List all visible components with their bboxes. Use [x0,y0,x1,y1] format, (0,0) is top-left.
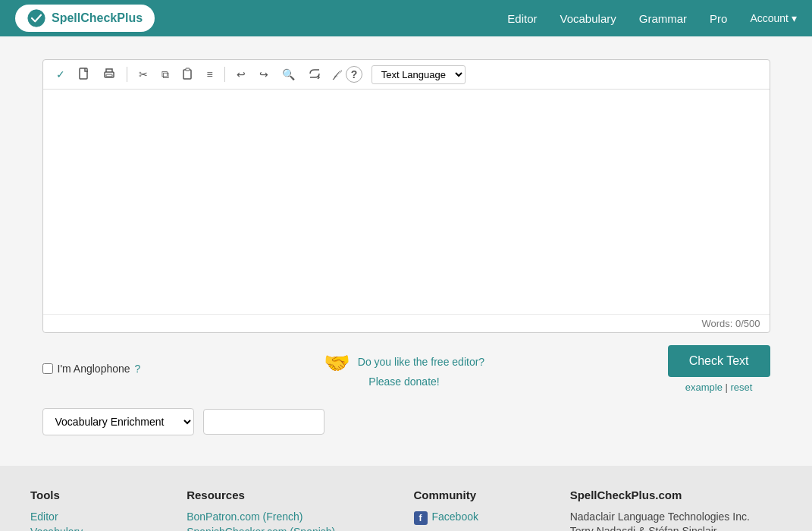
facebook-link[interactable]: Facebook [432,511,478,523]
svg-point-0 [28,10,45,27]
nav-links: Editor Vocabulary Grammar Pro Account ▾ [507,12,797,25]
main-content: ✓ ✂ ⧉ [27,59,785,435]
new-doc-btn[interactable] [74,64,95,84]
brand-name: SpellCheckPlus [52,11,143,25]
editor-toolbar: ✓ ✂ ⧉ [43,60,770,90]
nav-editor[interactable]: Editor [507,12,537,25]
language-select[interactable]: Text Language [372,65,466,84]
footer-resources: Resources BonPatron.com (French) Spanish… [187,489,398,531]
svg-rect-3 [106,74,112,77]
nav-pro[interactable]: Pro [710,12,727,25]
footer: Tools Editor Vocabulary Resources BonPat… [0,466,812,531]
vocabulary-input[interactable] [203,409,324,435]
footer-community: Community f Facebook t Twitter [414,489,555,531]
check-toolbar-btn[interactable]: ✓ [51,66,71,83]
donate-text: Do you like the free editor? Please dona… [358,356,484,388]
editor-textarea[interactable] [43,90,770,312]
anglophone-label[interactable]: I'm Anglophone ? [42,363,141,375]
check-section: Check Text example | reset [668,345,770,393]
new-doc-icon [79,68,89,80]
footer-tools: Tools Editor Vocabulary [30,489,171,531]
anglophone-checkbox[interactable] [42,363,53,374]
search-btn[interactable]: 🔍 [277,66,300,83]
navbar: SpellCheckPlus Editor Vocabulary Grammar… [0,0,812,36]
facebook-icon: f [414,511,428,525]
editor-container: ✓ ✂ ⧉ [42,59,770,333]
footer-grid: Tools Editor Vocabulary Resources BonPat… [30,489,782,531]
donate-icon: 🤝 [324,351,350,375]
paste-btn[interactable] [177,64,199,84]
links-separator: | [725,382,727,393]
anglophone-text: I'm Anglophone [58,363,130,375]
clear-format-btn[interactable]: 𝒻 [329,66,343,83]
reset-link[interactable]: reset [731,382,753,393]
below-editor-row: I'm Anglophone ? 🤝 Do you like the free … [42,345,770,393]
account-arrow: ▾ [792,12,797,24]
check-links: example | reset [685,382,753,393]
facebook-link-wrapper: f Facebook [414,511,555,526]
footer-tools-heading: Tools [30,489,171,501]
cut-btn[interactable]: ✂ [133,66,153,83]
check-text-button[interactable]: Check Text [668,345,770,377]
nav-grammar[interactable]: Grammar [639,12,687,25]
redo-btn[interactable]: ↪ [254,66,274,83]
print-btn[interactable] [98,65,121,83]
brand-logo[interactable]: SpellCheckPlus [15,5,155,32]
svg-rect-4 [183,70,191,79]
footer-community-heading: Community [414,489,555,501]
footer-authors: Terry Nadasdi & Stéfan Sinclair [570,525,782,531]
example-link[interactable]: example [685,382,723,393]
vocab-row: Vocabulary Enrichment [42,408,770,435]
print-icon [103,68,115,79]
options-btn[interactable]: ≡ [202,66,218,83]
donate-line2[interactable]: Please donate! [368,375,439,388]
footer-company-name: Nadaclair Language Technologies Inc. [570,511,782,523]
svg-rect-5 [186,68,190,71]
anglophone-tooltip[interactable]: ? [135,363,141,375]
account-label: Account [750,12,788,24]
replace-icon [309,68,321,79]
footer-spellcheckplus: SpellCheckPlus.com Nadaclair Language Te… [570,489,782,531]
editor-footer: Words: 0/500 [43,314,770,332]
language-wrapper: Text Language [372,65,466,84]
footer-spanishchecker-link[interactable]: SpanishChecker.com (Spanish) [187,526,398,531]
vocabulary-select[interactable]: Vocabulary Enrichment [42,408,194,435]
logo-icon [27,9,45,27]
sep-1 [127,67,127,82]
donate-line1[interactable]: Do you like the free editor? [358,356,484,368]
copy-btn[interactable]: ⧉ [156,66,174,83]
footer-editor-link[interactable]: Editor [30,511,171,523]
account-menu[interactable]: Account ▾ [750,12,797,24]
paste-icon [183,68,193,80]
help-btn[interactable]: ? [346,66,362,83]
footer-vocabulary-link[interactable]: Vocabulary [30,526,171,531]
footer-bonpatron-link[interactable]: BonPatron.com (French) [187,511,398,523]
replace-btn[interactable] [303,65,326,83]
undo-btn[interactable]: ↩ [231,66,251,83]
word-count: Words: 0/500 [701,318,760,329]
nav-vocabulary[interactable]: Vocabulary [560,12,616,25]
footer-scp-heading: SpellCheckPlus.com [570,489,782,501]
footer-resources-heading: Resources [187,489,398,501]
donate-section: 🤝 Do you like the free editor? Please do… [155,350,652,388]
svg-rect-1 [80,68,87,79]
sep-2 [224,67,225,82]
